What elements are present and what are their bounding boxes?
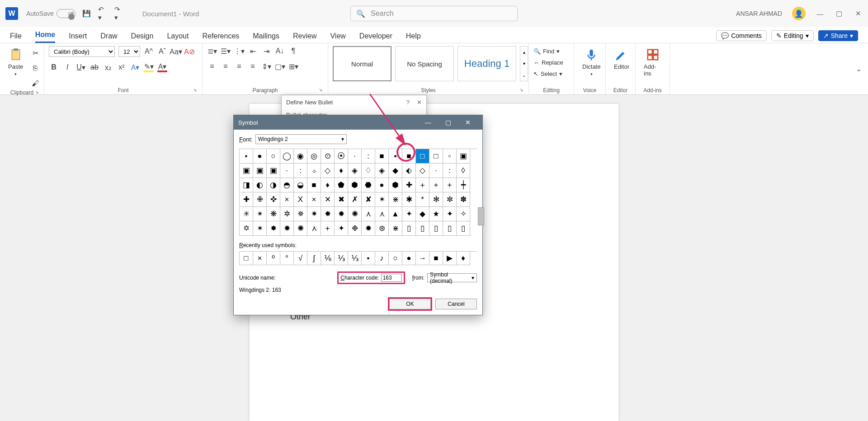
justify-icon[interactable]: ≡	[248, 61, 258, 71]
symbol-cell[interactable]: ✶	[253, 221, 267, 236]
from-combo[interactable]: Symbol (decimal) ▾	[427, 273, 477, 282]
symbol-cell[interactable]: ⊙	[321, 149, 335, 164]
collapse-ribbon-icon[interactable]: ⌄	[856, 65, 862, 73]
italic-icon[interactable]: I	[62, 62, 72, 72]
comments-button[interactable]: 💬 Comments	[716, 30, 767, 41]
symbol-cell[interactable]: ＋	[416, 178, 429, 192]
align-center-icon[interactable]: ≡	[221, 61, 231, 71]
increase-font-icon[interactable]: A^	[144, 47, 154, 56]
symbol-cell[interactable]: ✘	[362, 192, 375, 207]
undo-icon[interactable]: ↶ ▾	[98, 9, 108, 19]
charcode-input[interactable]	[381, 274, 402, 282]
symbol-cell[interactable]: ✷	[307, 207, 321, 221]
cancel-button[interactable]: Cancel	[435, 299, 477, 309]
tab-help[interactable]: Help	[406, 32, 421, 43]
bullets-icon[interactable]: ≣▾	[207, 46, 217, 56]
symbol-cell[interactable]: ✶	[375, 192, 389, 207]
style-heading-1[interactable]: Heading 1	[458, 46, 516, 81]
dialog-launcher-icon[interactable]: ↘	[519, 87, 523, 92]
symbol-cell[interactable]: ◓	[280, 178, 294, 192]
tab-review[interactable]: Review	[293, 32, 316, 43]
symbol-cell[interactable]: ▣	[253, 164, 267, 178]
font-size-select[interactable]: 12	[118, 46, 140, 57]
symbol-cell[interactable]: ✜	[267, 192, 280, 207]
close-button[interactable]: ✕	[854, 9, 863, 18]
dialog-launcher-icon[interactable]: ↘	[319, 87, 322, 92]
recent-symbol-cell[interactable]: º	[267, 252, 280, 265]
format-painter-icon[interactable]: 🖌	[30, 79, 40, 89]
dictate-button[interactable]: Dictate▾	[579, 46, 604, 78]
symbol-cell[interactable]: ✱	[402, 192, 416, 207]
symbol-cell[interactable]: ♢	[362, 164, 375, 178]
borders-icon[interactable]: ⊞▾	[288, 61, 298, 71]
symbol-cell[interactable]: X	[294, 192, 307, 207]
recent-symbol-cell[interactable]: →	[416, 252, 429, 265]
symbol-cell[interactable]: ⬣	[362, 178, 375, 192]
symbol-cell[interactable]: ✡	[240, 221, 253, 236]
save-icon[interactable]: 💾	[82, 9, 92, 19]
symbol-cell[interactable]: ⬦	[307, 164, 321, 178]
symbol-cell[interactable]: :	[362, 149, 375, 164]
symbol-cell[interactable]: +	[443, 178, 457, 192]
show-marks-icon[interactable]: ¶	[288, 46, 298, 56]
shading-icon[interactable]: ▢▾	[275, 61, 285, 71]
autosave-toggle[interactable]: AutoSave Off	[26, 9, 75, 18]
symbol-cell[interactable]: ▫	[443, 149, 457, 164]
minimize-button[interactable]: —	[816, 9, 825, 18]
sort-icon[interactable]: A↓	[275, 46, 285, 56]
search-box[interactable]: 🔍 Search	[350, 6, 518, 21]
symbol-cell[interactable]: ·	[348, 149, 362, 164]
symbol-cell[interactable]: +	[321, 221, 335, 236]
symbol-cell[interactable]: ✺	[294, 221, 307, 236]
symbol-cell[interactable]: ✻	[429, 192, 443, 207]
dialog-launcher-icon[interactable]: ↘	[193, 87, 197, 92]
symbol-cell[interactable]: ◈	[348, 164, 362, 178]
symbol-cell[interactable]: ◎	[307, 149, 321, 164]
recent-symbol-cell[interactable]: ⅓	[335, 252, 348, 265]
cut-icon[interactable]: ✂	[30, 48, 40, 58]
paste-button[interactable]: Paste▾	[5, 46, 27, 78]
recent-symbol-cell[interactable]: ○	[389, 252, 402, 265]
symbol-cell[interactable]: ★	[429, 207, 443, 221]
symbol-cell[interactable]: ✚	[402, 178, 416, 192]
font-name-select[interactable]: Calibri (Body)	[49, 46, 115, 57]
symbol-cell[interactable]: ▯	[402, 221, 416, 236]
increase-indent-icon[interactable]: ⇥	[261, 46, 271, 56]
editing-mode-button[interactable]: ✎ Editing ▾	[771, 30, 814, 41]
symbol-cell[interactable]: ⋇	[389, 221, 402, 236]
symbol-cell[interactable]: ✖	[335, 192, 348, 207]
multilevel-list-icon[interactable]: ⋮▾	[234, 46, 244, 56]
symbol-cell[interactable]: ▯	[457, 221, 470, 236]
tab-view[interactable]: View	[330, 32, 345, 43]
symbol-cell[interactable]: ◇	[416, 164, 429, 178]
symbol-cell[interactable]: ✵	[294, 207, 307, 221]
recent-symbol-cell[interactable]: ■	[429, 252, 443, 265]
symbol-cell[interactable]: ◆	[389, 164, 402, 178]
symbol-cell[interactable]: ✹	[280, 221, 294, 236]
align-right-icon[interactable]: ≡	[234, 61, 244, 71]
symbol-cell[interactable]: ◈	[375, 164, 389, 178]
symbol-cell[interactable]: ●	[375, 178, 389, 192]
symbol-cell[interactable]: ⦿	[335, 149, 348, 164]
symbol-cell[interactable]: ▲	[389, 207, 402, 221]
symbol-cell[interactable]: ◨	[240, 178, 253, 192]
symbol-cell[interactable]: ◐	[253, 178, 267, 192]
symbol-cell[interactable]: ◑	[267, 178, 280, 192]
symbol-cell[interactable]: *	[416, 192, 429, 207]
recent-symbol-cell[interactable]: •	[362, 252, 375, 265]
text-effects-icon[interactable]: A▾	[130, 62, 140, 72]
font-color-icon[interactable]: A▾	[157, 62, 167, 72]
align-left-icon[interactable]: ≡	[207, 61, 217, 71]
symbol-cell[interactable]: ⋏	[362, 207, 375, 221]
symbol-cell[interactable]: ✺	[348, 207, 362, 221]
font-combo[interactable]: Wingdings 2 ▾	[255, 134, 347, 144]
numbering-icon[interactable]: ☰▾	[221, 46, 231, 56]
share-button[interactable]: ↗ Share ▾	[818, 30, 858, 41]
symbol-cell[interactable]: ✸	[321, 207, 335, 221]
maximize-button[interactable]: ▢	[835, 9, 844, 18]
editor-button[interactable]: Editor	[610, 46, 633, 72]
recent-symbol-cell[interactable]: ⅙	[321, 252, 335, 265]
symbol-cell[interactable]: ◇	[321, 164, 335, 178]
symbol-cell[interactable]: ✙	[253, 192, 267, 207]
symbol-cell[interactable]: ■	[307, 178, 321, 192]
